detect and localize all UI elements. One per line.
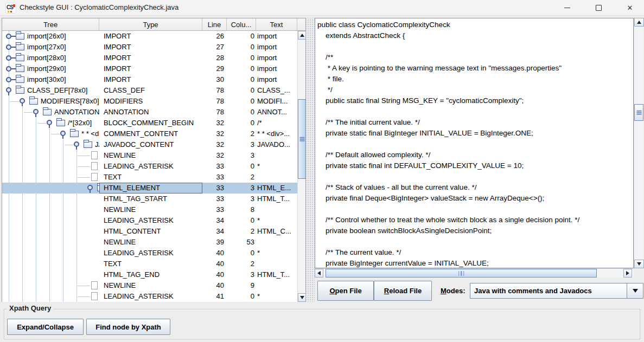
code-line: private final Deque<BigInteger> valueSta… bbox=[317, 193, 633, 204]
type-cell: CLASS_DEF bbox=[99, 85, 202, 96]
code-line: /** The current value. */ bbox=[317, 247, 633, 258]
expand-handle-collapsed-icon[interactable] bbox=[6, 44, 11, 50]
table-row[interactable]: import[27x0]IMPORT270import bbox=[2, 42, 297, 53]
table-row[interactable]: HTML_TAG_END403HTML_T... bbox=[2, 269, 297, 280]
tree-guide-line bbox=[36, 204, 36, 215]
table-row[interactable]: LEADING_ASTERISK410* bbox=[2, 291, 297, 302]
table-row[interactable]: /*[32x0]BLOCK_COMMENT_BEGIN320/* bbox=[2, 118, 297, 128]
table-row[interactable]: NEWLINE409 bbox=[2, 280, 297, 291]
scroll-up-button[interactable] bbox=[298, 31, 306, 40]
arrow-down-icon bbox=[300, 296, 304, 299]
type-cell: IMPORT bbox=[99, 42, 202, 53]
tree-guide-line bbox=[49, 259, 50, 269]
expand-collapse-button[interactable]: Expand/Collapse bbox=[7, 319, 84, 335]
tree-guide-line bbox=[49, 161, 50, 172]
column-header-line[interactable]: Line bbox=[202, 18, 227, 30]
header-corner bbox=[297, 18, 305, 30]
close-button[interactable]: ✕ bbox=[617, 0, 642, 15]
table-row[interactable]: JAVADOC_CONTENTJAVADOC_CONTENT323JAVADO.… bbox=[2, 139, 297, 150]
xpath-query-title: Xpath Query bbox=[7, 304, 53, 312]
column-header-tree[interactable]: Tree bbox=[2, 18, 99, 30]
column-cell: 2 bbox=[227, 226, 256, 237]
tree-guide-line bbox=[22, 204, 23, 215]
column-header-column[interactable]: Colu... bbox=[227, 18, 256, 30]
title-bar[interactable]: CS Checkstyle GUI : CyclomaticComplexity… bbox=[0, 0, 644, 16]
tree-connector bbox=[78, 177, 90, 178]
tree-guide-line bbox=[49, 139, 50, 150]
open-file-button[interactable]: Open File bbox=[317, 281, 374, 301]
arrow-up-icon bbox=[637, 21, 641, 24]
tree-connector bbox=[10, 101, 19, 102]
table-row[interactable]: TEXT402 bbox=[2, 259, 297, 269]
table-row[interactable]: import[29x0]IMPORT290import bbox=[2, 63, 297, 74]
table-vertical-scrollbar[interactable] bbox=[297, 31, 305, 302]
reload-file-button[interactable]: Reload File bbox=[374, 281, 432, 301]
table-row[interactable]: NEWLINE338 bbox=[2, 204, 297, 215]
tree-guide-line bbox=[49, 193, 50, 204]
code-horizontal-scrollbar[interactable] bbox=[315, 268, 634, 278]
table-row[interactable]: LEADING_ASTERISK340* bbox=[2, 215, 297, 226]
column-header-type[interactable]: Type bbox=[99, 18, 202, 30]
tree-guide-line bbox=[36, 172, 36, 183]
text-cell bbox=[256, 280, 297, 291]
tree-node-label: import[29x0] bbox=[27, 63, 66, 74]
table-row[interactable]: MODIFIERS[78x0]MODIFIERS780MODIFI... bbox=[2, 96, 297, 107]
scrollbar-thumb[interactable] bbox=[326, 269, 597, 278]
type-cell: IMPORT bbox=[99, 53, 202, 63]
table-row[interactable]: import[26x0]IMPORT260import bbox=[2, 31, 297, 42]
table-row[interactable]: LEADING_ASTERISK330* bbox=[2, 161, 297, 172]
folder-icon bbox=[29, 98, 38, 105]
tree-connector bbox=[37, 123, 46, 124]
expand-handle-collapsed-icon[interactable] bbox=[6, 66, 11, 72]
tree-cell bbox=[2, 183, 99, 193]
mode-select[interactable]: Java with comments and Javadocs bbox=[470, 283, 643, 299]
handle-stem bbox=[8, 92, 9, 95]
scroll-left-button[interactable] bbox=[315, 269, 323, 278]
scroll-up-button[interactable] bbox=[634, 18, 644, 27]
scrollbar-thumb[interactable] bbox=[298, 99, 306, 179]
table-row[interactable]: HTML_CONTENT342HTML_C... bbox=[2, 226, 297, 237]
table-row[interactable]: TEXT332 bbox=[2, 172, 297, 183]
tree-guide-line bbox=[76, 183, 77, 193]
scroll-right-button[interactable] bbox=[623, 269, 632, 278]
expand-handle-collapsed-icon[interactable] bbox=[6, 34, 11, 39]
column-cell: 8 bbox=[227, 204, 256, 215]
table-row[interactable]: NEWLINE323 bbox=[2, 150, 297, 161]
maximize-button[interactable] bbox=[586, 0, 611, 15]
minimize-button[interactable] bbox=[554, 0, 579, 15]
find-node-by-xpath-button[interactable]: Find node by Xpath bbox=[86, 319, 170, 335]
scrollbar-thumb[interactable] bbox=[634, 104, 643, 121]
tree-node-label: JAVADOC_CONTENT bbox=[95, 139, 99, 150]
expand-handle-collapsed-icon[interactable] bbox=[6, 55, 11, 61]
tree-guide-line bbox=[49, 248, 50, 259]
scroll-down-button[interactable] bbox=[634, 260, 644, 268]
tree-guide-line bbox=[9, 107, 9, 118]
text-cell bbox=[256, 150, 297, 161]
line-cell: 27 bbox=[202, 42, 227, 53]
scroll-down-button[interactable] bbox=[298, 293, 306, 302]
table-row[interactable]: import[30x0]IMPORT300import bbox=[2, 74, 297, 85]
code-vertical-scrollbar[interactable] bbox=[634, 18, 643, 268]
table-row[interactable]: CLASS_DEF[78x0]CLASS_DEF780CLASS_... bbox=[2, 85, 297, 96]
table-row[interactable]: import[28x0]IMPORT280import bbox=[2, 53, 297, 63]
table-row[interactable]: HTML_ELEMENT333HTML_E... bbox=[2, 183, 297, 193]
tree-guide-line bbox=[22, 139, 23, 150]
tree-cell: CLASS_DEF[78x0] bbox=[2, 85, 99, 96]
column-header-text[interactable]: Text bbox=[256, 18, 297, 30]
table-row[interactable]: ANNOTATION[78x0]ANNOTATION780ANNOT... bbox=[2, 107, 297, 118]
combo-dropdown-button[interactable] bbox=[627, 283, 643, 298]
table-row[interactable]: LEADING_ASTERISK400* bbox=[2, 248, 297, 259]
line-cell: 32 bbox=[202, 139, 227, 150]
table-row[interactable]: NEWLINE3953 bbox=[2, 237, 297, 248]
column-cell: 0 bbox=[227, 96, 256, 107]
splitpane-divider[interactable] bbox=[306, 18, 315, 302]
code-line: public class CyclomaticComplexityCheck bbox=[317, 20, 633, 30]
source-code-view[interactable]: public class CyclomaticComplexityCheck e… bbox=[315, 18, 634, 268]
type-cell: LEADING_ASTERISK bbox=[99, 248, 202, 259]
thumb-grip bbox=[636, 109, 641, 115]
expand-handle-collapsed-icon[interactable] bbox=[6, 77, 11, 82]
table-body: import[26x0]IMPORT260importimport[27x0]I… bbox=[2, 31, 297, 302]
table-row[interactable]: * * <div>COMMENT_CONTENT322* * <div>... bbox=[2, 128, 297, 139]
tree-guide-line bbox=[22, 118, 23, 128]
table-row[interactable]: HTML_TAG_START333HTML_T... bbox=[2, 193, 297, 204]
